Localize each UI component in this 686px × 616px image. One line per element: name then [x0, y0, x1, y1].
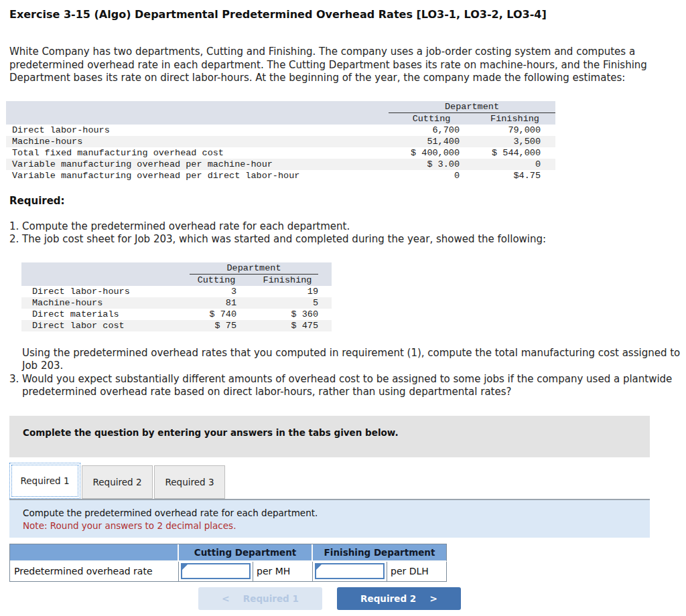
required-item-3: 3. Would you expect substantially differ… — [9, 373, 686, 399]
finishing-value: 79,000 — [474, 125, 555, 136]
row-label: Machine-hours — [21, 297, 190, 309]
estimates-column-header-row: Cutting Finishing — [6, 113, 555, 125]
finishing-rate-input[interactable] — [316, 564, 383, 578]
cutting-rate-input-box — [181, 563, 251, 579]
job-group-header-row: Department — [21, 262, 332, 275]
item-number: 1. — [9, 220, 19, 234]
finishing-value: 19 — [243, 286, 332, 297]
cutting-unit-label: per MH — [253, 562, 313, 582]
item-number: 2. — [9, 233, 19, 246]
row-label: Direct labor-hours — [21, 286, 190, 297]
job-group-header-cell: Department — [190, 262, 332, 275]
prev-required-button[interactable]: < Required 1 — [198, 587, 322, 610]
cutting-column-header: Cutting — [190, 275, 243, 286]
tab-required-1[interactable]: Required 1 — [9, 463, 80, 499]
finishing-rate-input-box — [315, 563, 385, 579]
row-label: Direct labor cost — [21, 320, 190, 331]
required-list: 1. Compute the predetermined overhead ra… — [9, 220, 686, 246]
next-button-label: Required 2 — [360, 593, 416, 604]
required-item-1: 1. Compute the predetermined overhead ra… — [9, 220, 686, 234]
cutting-value: $ 400,000 — [389, 147, 474, 159]
required-tabs: Required 1 Required 2 Required 3 — [9, 463, 686, 499]
table-row: Machine-hours 51,400 3,500 — [6, 136, 555, 147]
finishing-column-header: Finishing — [243, 275, 332, 286]
estimates-table: Department Cutting Finishing Direct labo… — [6, 101, 555, 181]
note-text: Note: Round your answers to 2 decimal pl… — [23, 520, 636, 532]
item2-continuation: Using the predetermined overhead rates t… — [22, 347, 686, 373]
tab-required-3[interactable]: Required 3 — [154, 465, 225, 499]
row-label: Variable manufacturing overhead per dire… — [6, 170, 389, 181]
cutting-column-header: Cutting — [389, 113, 474, 125]
finishing-unit-label: per DLH — [387, 562, 447, 582]
cell-marker-icon — [182, 564, 188, 570]
required-item-2: 2. The job cost sheet for Job 203, which… — [9, 233, 686, 246]
table-row: Variable manufacturing overhead per mach… — [6, 159, 555, 170]
prompt-text: Compute the predetermined overhead rate … — [23, 507, 636, 520]
tab-content-panel: Compute the predetermined overhead rate … — [9, 499, 650, 538]
chevron-left-icon: < — [222, 593, 230, 604]
item-text: The job cost sheet for Job 203, which wa… — [22, 233, 546, 246]
chevron-right-icon: > — [429, 593, 437, 604]
finishing-value: 5 — [243, 297, 332, 309]
empty-cell — [21, 262, 190, 275]
page-title: Exercise 3-15 (Algo) Departmental Predet… — [9, 8, 686, 21]
prev-button-label: Required 1 — [243, 593, 299, 604]
cell-marker-icon — [316, 564, 322, 570]
job-cost-table: Department Cutting Finishing Direct labo… — [21, 262, 332, 331]
department-group-label: Department — [190, 262, 318, 275]
finishing-value: 0 — [474, 159, 555, 170]
row-label: Direct materials — [21, 309, 190, 320]
finishing-input-cell — [313, 562, 387, 582]
cutting-value: $ 3.00 — [389, 159, 474, 170]
finishing-value: 3,500 — [474, 136, 555, 147]
intro-line: Department bases its rate on direct labo… — [9, 72, 686, 85]
item-text: Compute the predetermined overhead rate … — [22, 220, 350, 234]
cutting-value: 3 — [190, 286, 243, 297]
cutting-value: 51,400 — [389, 136, 474, 147]
table-row: Variable manufacturing overhead per dire… — [6, 170, 555, 181]
exercise-page: Exercise 3-15 (Algo) Departmental Predet… — [0, 0, 686, 616]
finishing-value: $4.75 — [474, 170, 555, 181]
row-label: Variable manufacturing overhead per mach… — [6, 159, 389, 170]
table-row: Machine-hours 81 5 — [21, 297, 332, 309]
answer-header-row: Cutting Department Finishing Department — [10, 544, 447, 562]
row-label: Total fixed manufacturing overhead cost — [6, 147, 389, 159]
cutting-department-header: Cutting Department — [179, 544, 313, 562]
intro-line: White Company has two departments, Cutti… — [9, 46, 686, 59]
cutting-input-cell — [179, 562, 253, 582]
cutting-value: $ 740 — [190, 309, 243, 320]
estimates-group-header-cell: Department — [389, 101, 555, 113]
finishing-department-header: Finishing Department — [313, 544, 447, 562]
row-label: Machine-hours — [6, 136, 389, 147]
table-row: Total fixed manufacturing overhead cost … — [6, 147, 555, 159]
empty-cell — [6, 113, 389, 125]
intro-line: predetermined overhead rate in each depa… — [9, 59, 686, 72]
finishing-value: $ 544,000 — [474, 147, 555, 159]
finishing-value: $ 475 — [243, 320, 332, 331]
continuation-line: Job 203. — [22, 360, 686, 373]
finishing-value: $ 360 — [243, 309, 332, 320]
cutting-value: $ 75 — [190, 320, 243, 331]
continuation-line: Using the predetermined overhead rates t… — [22, 347, 686, 360]
finishing-column-header: Finishing — [474, 113, 555, 125]
next-required-button[interactable]: Required 2 > — [337, 587, 461, 610]
empty-cell — [6, 101, 389, 113]
estimates-group-header-row: Department — [6, 101, 555, 113]
cutting-value: 81 — [190, 297, 243, 309]
table-row: Direct labor-hours 6,700 79,000 — [6, 125, 555, 136]
item-number: 3. — [9, 373, 19, 399]
empty-cell — [10, 544, 179, 562]
cutting-value: 6,700 — [389, 125, 474, 136]
cutting-value: 0 — [389, 170, 474, 181]
item-text-line: Would you expect substantially different… — [22, 373, 672, 386]
item-text-line: predetermined overhead rate based on dir… — [22, 386, 672, 399]
nav-buttons: < Required 1 Required 2 > — [9, 587, 650, 610]
answer-row-label: Predetermined overhead rate — [10, 562, 179, 582]
tab-required-2[interactable]: Required 2 — [82, 465, 153, 499]
cutting-rate-input[interactable] — [182, 564, 249, 578]
table-row: Direct materials $ 740 $ 360 — [21, 309, 332, 320]
row-label: Direct labor-hours — [6, 125, 389, 136]
empty-cell — [21, 275, 190, 286]
department-group-label: Department — [389, 101, 555, 113]
instruction-banner: Complete the question by entering your a… — [9, 416, 650, 457]
